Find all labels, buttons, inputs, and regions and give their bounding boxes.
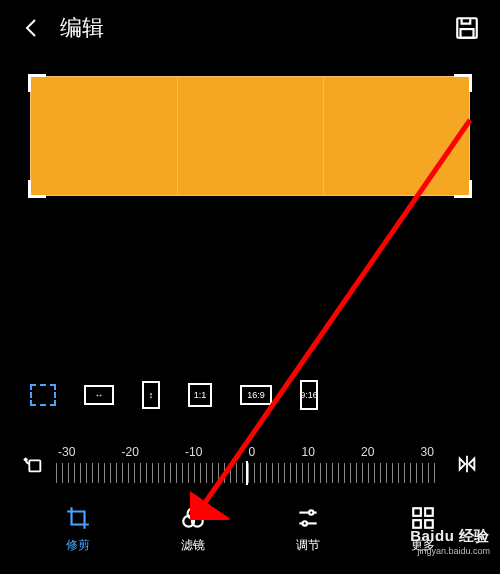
tick-label: -30 xyxy=(58,445,75,459)
aspect-free[interactable] xyxy=(30,384,56,406)
tab-crop[interactable]: 修剪 xyxy=(65,505,91,554)
tick-label: 0 xyxy=(249,445,256,459)
page-title: 编辑 xyxy=(60,13,104,43)
tab-filter[interactable]: 滤镜 xyxy=(180,505,206,554)
filter-icon xyxy=(180,505,206,531)
back-icon[interactable] xyxy=(20,16,44,40)
tab-label: 修剪 xyxy=(66,537,90,554)
tab-label: 调节 xyxy=(296,537,320,554)
svg-rect-11 xyxy=(413,508,421,516)
tab-label: 滤镜 xyxy=(181,537,205,554)
tick-label: 20 xyxy=(361,445,374,459)
tick-label: -10 xyxy=(185,445,202,459)
aspect-ratio-row: ↔ ↕ 1:1 16:9 9:16 xyxy=(0,380,500,410)
svg-point-8 xyxy=(309,510,313,514)
aspect-9-16[interactable]: 9:16 xyxy=(300,380,318,410)
crop-icon xyxy=(65,505,91,531)
watermark: Baidu 经验 jingyan.baidu.com xyxy=(410,527,490,556)
svg-rect-12 xyxy=(425,508,433,516)
aspect-horizontal[interactable]: ↔ xyxy=(84,385,114,405)
rotate-icon[interactable] xyxy=(22,453,44,475)
save-icon[interactable] xyxy=(454,15,480,41)
svg-rect-1 xyxy=(461,29,474,38)
tab-adjust[interactable]: 调节 xyxy=(295,505,321,554)
rotation-slider[interactable]: -30 -20 -10 0 10 20 30 xyxy=(56,445,436,483)
aspect-vertical[interactable]: ↕ xyxy=(142,381,160,409)
flip-icon[interactable] xyxy=(456,453,478,475)
adjust-icon xyxy=(295,505,321,531)
svg-point-10 xyxy=(302,521,306,525)
tick-label: 10 xyxy=(301,445,314,459)
aspect-16-9[interactable]: 16:9 xyxy=(240,385,272,405)
tick-label: -20 xyxy=(122,445,139,459)
aspect-1-1[interactable]: 1:1 xyxy=(188,383,212,407)
svg-rect-2 xyxy=(29,460,40,471)
crop-preview[interactable] xyxy=(30,76,470,196)
tick-label: 30 xyxy=(421,445,434,459)
